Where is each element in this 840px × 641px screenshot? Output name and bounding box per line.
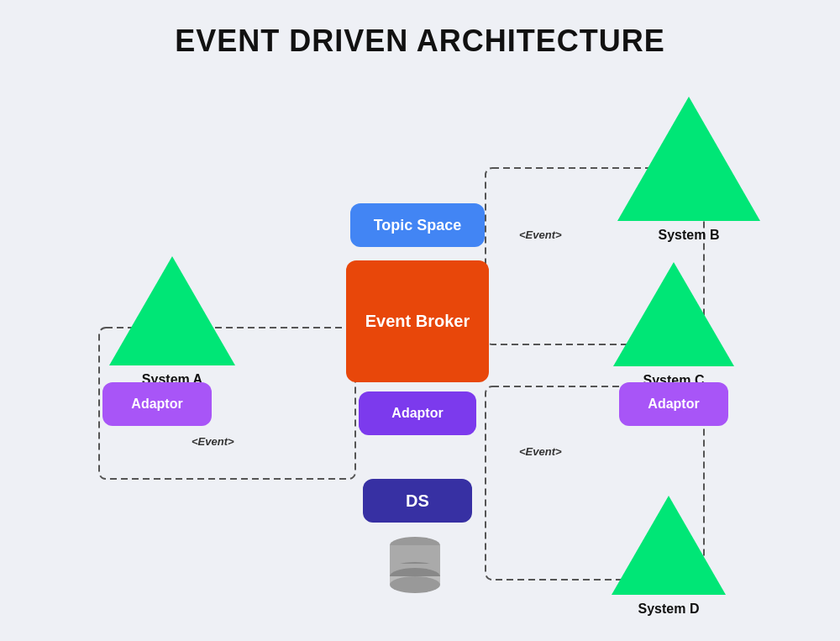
ds-box: DS — [363, 479, 472, 523]
system-c-wrapper: System C — [613, 262, 734, 388]
database-icon — [381, 533, 449, 596]
system-a-triangle — [109, 256, 235, 365]
system-d-wrapper: System D — [612, 496, 726, 617]
adaptor-right-label: Adaptor — [648, 397, 699, 412]
topic-space-label: Topic Space — [374, 217, 462, 234]
system-b-wrapper: System B — [617, 97, 760, 243]
adaptor-center-label: Adaptor — [391, 406, 443, 421]
svg-point-9 — [390, 576, 440, 593]
adaptor-right-box: Adaptor — [619, 382, 728, 426]
event-broker-box: Event Broker — [346, 260, 489, 382]
page-title: EVENT DRIVEN ARCHITECTURE — [0, 24, 840, 59]
adaptor-left-box: Adaptor — [102, 382, 212, 426]
system-b-label: System B — [659, 228, 720, 243]
event-label-left: <Event> — [192, 435, 234, 448]
diagram: EVENT DRIVEN ARCHITECTURE System A Syste… — [0, 0, 840, 641]
event-broker-label: Event Broker — [365, 312, 470, 331]
ds-label: DS — [406, 491, 429, 511]
adaptor-left-label: Adaptor — [131, 397, 182, 412]
system-a-wrapper: System A — [109, 256, 235, 387]
event-label-top-right: <Event> — [519, 229, 562, 241]
adaptor-center-box: Adaptor — [359, 391, 476, 435]
event-label-bottom-right: <Event> — [519, 445, 562, 458]
topic-space-box: Topic Space — [350, 203, 485, 247]
system-d-label: System D — [638, 602, 700, 617]
system-c-triangle — [613, 262, 734, 366]
system-b-triangle — [617, 97, 760, 221]
system-d-triangle — [612, 496, 726, 595]
